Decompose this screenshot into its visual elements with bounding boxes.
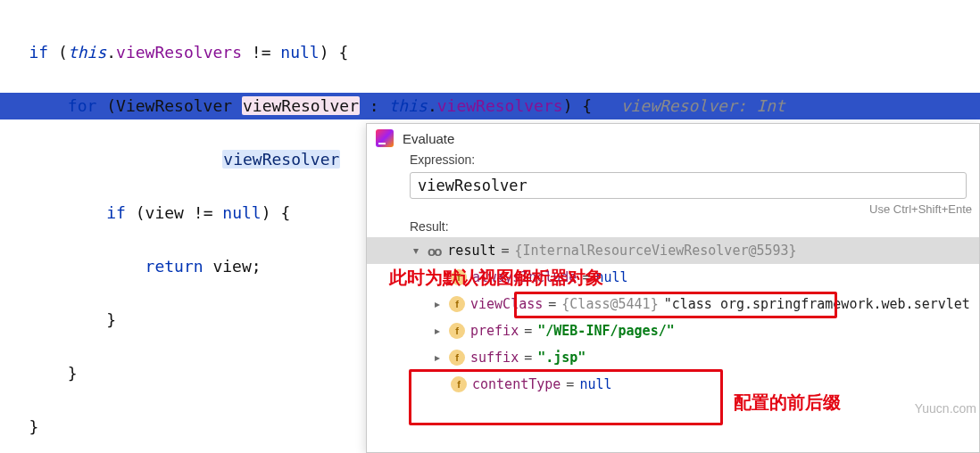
keyboard-hint: Use Ctrl+Shift+Ente: [367, 201, 979, 219]
keyword-for: for: [68, 96, 97, 115]
field-viewResolvers: viewResolvers: [116, 43, 242, 62]
var-decl-viewResolver: viewResolver: [243, 96, 359, 115]
field-icon: f: [451, 376, 467, 392]
tree-row-contentType[interactable]: f contentType = null: [367, 371, 979, 398]
keyword-return: return: [145, 257, 203, 276]
tree-row-prefix[interactable]: ▸ f prefix = "/WEB-INF/pages/": [367, 317, 979, 344]
watch-icon: oo: [428, 243, 440, 259]
keyword-if: if: [29, 43, 49, 62]
chevron-right-icon[interactable]: ▸: [431, 325, 444, 337]
annotation-label-1: 此时为默认视图解析器对象: [389, 266, 603, 290]
chevron-right-icon[interactable]: ▸: [431, 298, 444, 310]
popup-title: Evaluate: [403, 131, 454, 146]
expression-input[interactable]: viewResolver: [410, 172, 967, 199]
chevron-right-icon[interactable]: ▸: [431, 351, 444, 364]
annotation-label-2: 配置的前后缀: [734, 391, 841, 415]
result-label: Result:: [367, 219, 979, 237]
field-icon: f: [449, 323, 465, 339]
tree-row-suffix[interactable]: ▸ f suffix = ".jsp": [367, 344, 979, 371]
chevron-down-icon[interactable]: ▾: [410, 244, 422, 257]
var-use-viewResolver: viewResolver: [222, 150, 340, 169]
expression-label: Expression:: [367, 149, 979, 170]
keyword-this: this: [68, 43, 106, 62]
tree-row-result[interactable]: ▾ oo result = {InternalResourceViewResol…: [367, 237, 979, 264]
tree-row-viewClass[interactable]: ▸ f viewClass = {Class@5441} "class org.…: [367, 291, 979, 317]
intellij-icon: [376, 129, 394, 147]
watermark: Yuucn.com: [915, 401, 976, 416]
inlay-hint: viewResolver: Int: [621, 96, 785, 115]
field-icon: f: [449, 350, 465, 366]
field-icon: f: [449, 296, 465, 312]
